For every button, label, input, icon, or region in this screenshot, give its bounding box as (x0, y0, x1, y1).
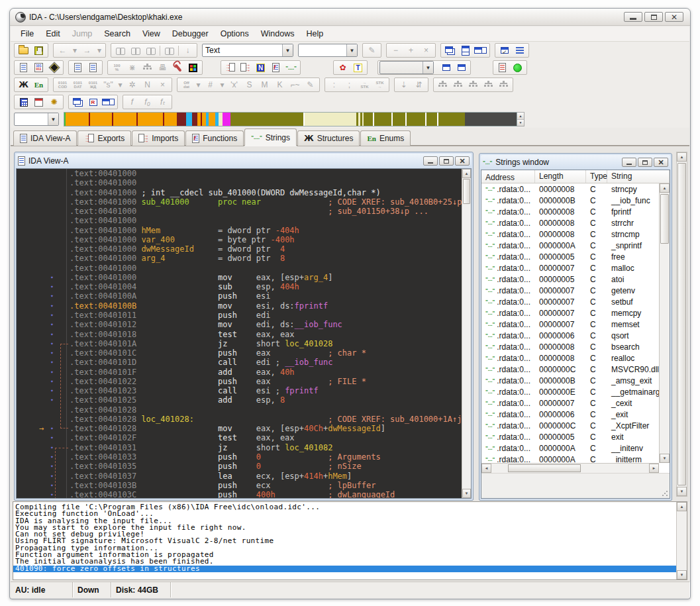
save-button[interactable] (31, 44, 46, 57)
string-row[interactable]: "...".rdata:0...0000000CC_XcptFilter (481, 420, 659, 431)
string-row[interactable]: "...".rdata:0...00000005Cfree (481, 251, 659, 262)
array-button[interactable]: ✲ (125, 79, 140, 91)
script-file-button[interactable] (495, 62, 510, 74)
disassembly-line[interactable]: .text:00401000 hMem = dword ptr -404h (17, 226, 462, 235)
tab-enums[interactable]: EnEnums (360, 130, 411, 146)
menu-edit[interactable]: Edit (40, 27, 66, 40)
disassembly-line[interactable]: ✦.text:0040101C push eax ; char * (17, 348, 462, 358)
names-button[interactable]: N (253, 62, 268, 74)
disassembly-line[interactable]: .text:00401000 var_400 = byte ptr -400h (17, 235, 462, 244)
make-text-button[interactable]: T (350, 62, 366, 74)
mdi-vertical-scrollbar[interactable]: ▲ ▼ (676, 152, 687, 497)
delete-item-button[interactable]: × (419, 44, 434, 57)
search-again-button[interactable] (162, 44, 177, 57)
reset-desktop-button[interactable]: R (85, 96, 101, 109)
xref-tree-button[interactable] (466, 79, 481, 91)
graph-overview-button[interactable] (140, 62, 155, 74)
menu-help[interactable]: Help (300, 27, 329, 40)
tile-vertical-button[interactable] (473, 44, 488, 57)
menu-options[interactable]: Options (215, 27, 255, 40)
string-row[interactable]: "...".rdata:0...00000008Cfprintf (481, 206, 659, 217)
string-row[interactable]: "...".rdata:0...0000000EC__getmainargs (481, 386, 659, 397)
notes-button[interactable] (70, 62, 85, 74)
string-row[interactable]: "...".rdata:0...00000006Cqsort (481, 330, 659, 341)
output-window[interactable]: Compiling file 'C:\Program Files (x86)\I… (13, 501, 687, 580)
string-row[interactable]: "...".rdata:0...00000005Cexit (481, 431, 659, 442)
image-button[interactable] (85, 62, 101, 74)
save-desktop-button[interactable] (101, 96, 116, 109)
segment-combo[interactable]: ▼ (379, 61, 434, 74)
strings-horizontal-scrollbar[interactable]: ◄ ► (481, 463, 659, 473)
string-dropdown[interactable]: ▾ (116, 79, 125, 91)
search-type-combo[interactable]: Text▼ (202, 44, 293, 57)
navigation-band-arrows[interactable]: ▲▼ (517, 112, 525, 126)
strings-maximize-button[interactable] (638, 158, 652, 167)
structures-button[interactable]: Ж (16, 79, 31, 91)
navigate-back-button[interactable]: ← (55, 44, 70, 57)
string-row[interactable]: "...".rdata:0...00000007C_cexit (481, 397, 659, 409)
number-dropdown[interactable]: ▾ (218, 79, 226, 91)
rename-segment-button[interactable] (438, 62, 454, 74)
stack-var-button[interactable]: K (272, 79, 287, 91)
xref-from-button[interactable] (481, 79, 496, 91)
text-view-button[interactable] (16, 62, 31, 74)
operand-button[interactable]: ⌐~ (287, 79, 303, 91)
exports-button[interactable]: →→→ (223, 62, 238, 74)
disassembly-line[interactable]: ✦.text:0040102F test eax, eax (17, 433, 462, 442)
offset-button[interactable]: Offdat (179, 79, 194, 91)
remove-func-tail-button[interactable]: ⇵ (411, 79, 426, 91)
disassembly-line[interactable]: .text:00401000 (17, 169, 462, 178)
close-button[interactable]: ✕ (665, 12, 683, 22)
output-vertical-scrollbar[interactable]: ▲ ▼ (676, 502, 687, 580)
add-func-tail-button[interactable]: ⇣ (396, 79, 411, 91)
search-text-button[interactable] (128, 44, 143, 57)
disassembly-line[interactable]: ✦.text:0040103C push 400h ; dwLanguageId (17, 490, 462, 498)
disassembly-line[interactable]: ✦.text:0040100B mov esi, ds:fprintf (17, 301, 462, 311)
stack-up-button[interactable]: →STK (357, 79, 372, 91)
xref-to-button[interactable] (496, 79, 511, 91)
disassembly-line[interactable]: ✦.text:00401037 lea ecx, [esp+414h+hMem] (17, 472, 462, 481)
string-literal-button[interactable]: "s" (101, 79, 116, 91)
undefine-button[interactable]: × (155, 79, 170, 91)
segment-button[interactable]: S (242, 79, 257, 91)
tab-strings[interactable]: "...."Strings (244, 128, 297, 146)
print-button[interactable]: 🖶 (155, 62, 170, 74)
cascade-windows-button[interactable] (442, 44, 458, 57)
string-row[interactable]: "...".rdata:0...00000008Cstrncpy (481, 183, 659, 195)
string-row[interactable]: "...".rdata:0...00000008Crealloc (481, 352, 659, 364)
disassembly-line[interactable]: .text:00401028 (17, 405, 462, 415)
disasm-vertical-scrollbar[interactable]: ▲ ▼ (462, 169, 471, 498)
menu-debugger[interactable]: Debugger (166, 27, 215, 40)
disassembly-line[interactable]: .text:00401000 sub_401000 proc near ; CO… (17, 197, 462, 207)
disassembly-line[interactable]: ✦.text:0040101F add eax, 40h (17, 368, 462, 377)
flow-chart-button[interactable] (435, 79, 450, 91)
windows-cascade-button[interactable] (70, 96, 85, 109)
minimize-button[interactable] (624, 12, 642, 22)
string-row[interactable]: "...".rdata:0...00000007Csetbuf (481, 296, 659, 307)
functions-button[interactable]: f (268, 62, 283, 74)
ida-view-title-bar[interactable]: IDA View-A ✕ (16, 154, 472, 168)
hex-view-button[interactable]: 101011 (31, 62, 46, 74)
disassembly-line[interactable]: .text:00401000 arg_4 = dword ptr 8 (17, 254, 462, 263)
disassembly-line[interactable]: ✦.text:00401000 mov eax, [esp+arg_4] (17, 273, 462, 282)
disassembly-line[interactable]: ✦.text:0040103B push ecx ; lpBuffer (17, 481, 462, 490)
create-function-button[interactable]: f (125, 96, 140, 109)
restore-window-button[interactable]: ↙ (497, 44, 512, 57)
number-button[interactable]: # (203, 79, 218, 91)
string-row[interactable]: "...".rdata:0...00000005Catoi (481, 274, 659, 285)
output-line[interactable]: 401090: force zero offsets in structures (13, 566, 687, 572)
string-row[interactable]: "...".rdata:0...00000008Cbsearch (481, 341, 659, 352)
edit-function-button[interactable]: f₀ (140, 96, 155, 109)
edit-comment-button[interactable]: ✎ (303, 79, 318, 91)
column-header-type[interactable]: Type (586, 170, 607, 183)
code-button[interactable]: 0101COD (55, 79, 70, 91)
string-row[interactable]: "...".rdata:0...0000000CCMSVCR90.dll (481, 364, 659, 375)
strings-minimize-button[interactable] (622, 158, 636, 167)
string-row[interactable]: "...".rdata:0...00000008Cstrrchr (481, 217, 659, 228)
column-header-address[interactable]: Address (481, 170, 535, 183)
disassembly-line[interactable]: ✦.text:00401033 push 0 ; Arguments (17, 452, 462, 462)
string-row[interactable]: "...".rdata:0...0000000BC__iob_func (481, 195, 659, 206)
jump-down-button[interactable]: ↓ (180, 44, 195, 57)
ida-view-close-button[interactable]: ✕ (455, 156, 470, 166)
disassembly-line[interactable]: .text:00401000 (17, 264, 462, 273)
